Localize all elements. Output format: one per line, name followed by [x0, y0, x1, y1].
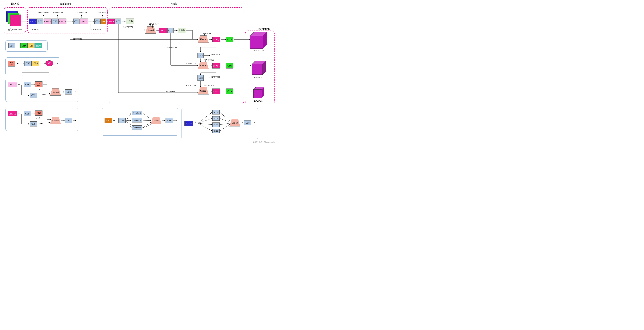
bb-csp1-3a: CSP1_3: [58, 19, 66, 24]
bb-csp2-1: CSP2_1: [107, 19, 115, 24]
lg-cbs-cbs: CBS: [8, 43, 15, 48]
lg-csp1-x: X: [39, 88, 40, 91]
lg-csp1-cbs1: CBS: [24, 82, 31, 87]
bb-csp1-1: CSP1_1: [44, 19, 52, 24]
bb-cbs5: CBS: [115, 19, 121, 24]
t20_256: 20*20*256: [124, 26, 133, 29]
d40b: 40*40*256: [92, 28, 101, 31]
neck-csp2-1b: CSP2_1: [212, 37, 220, 42]
lg-csp2-name: CSP2_X: [8, 111, 17, 116]
neck-up1: 上采样: [126, 19, 134, 24]
lg-spp-mp1: MaxPool: [132, 111, 142, 115]
watermark: CSDN @DanCheng-studio: [253, 141, 275, 143]
eq-csp2: =: [18, 112, 20, 115]
lg-csp2-cbs1: CBS: [24, 111, 31, 116]
d160: 160*160*64: [38, 11, 49, 14]
t40_128b: 40*40*128: [186, 62, 196, 65]
bb-spp: SPP: [101, 19, 106, 24]
lg-focus-cbs: CBS: [244, 120, 251, 125]
bb-focus: FOCUS: [29, 19, 37, 24]
bb-cbs1: CBS: [37, 19, 43, 24]
pred-40: 40*40*255: [254, 76, 264, 79]
bb-cbs4: CBS: [94, 19, 100, 24]
lg-csp2-cbs4: CBS: [65, 118, 72, 123]
lg-csp2-cbs2: CBS: [35, 110, 42, 116]
neck-conv1: Conv: [226, 37, 234, 42]
pred-20: 20*20*255: [254, 100, 264, 102]
lg-csp2-cbs3: CBS: [30, 121, 37, 126]
neck-csp2-1a: CSP2_1: [159, 28, 167, 33]
neck-csp2-1d: CSP2_1: [212, 88, 220, 94]
lg-focus-s4: slice: [212, 129, 220, 133]
title-backbone: Backbone: [60, 2, 72, 6]
t40_128a: 40*40*128: [167, 46, 177, 49]
lg-spp-cbs1: CBS: [118, 118, 126, 123]
pred-80: 80*80*255: [254, 49, 264, 52]
t20_512: 20*20*512: [204, 84, 214, 87]
input-label: 输入640*640*3: [8, 28, 22, 31]
input-card-1: [10, 15, 21, 26]
neck-csp2-1c: CSP2_1: [212, 63, 220, 69]
lg-spp-mp3: MaxPool: [132, 125, 142, 130]
neck-cbs-a: CBS: [167, 28, 174, 33]
lg-csp1-cbs3: CBS: [65, 89, 72, 94]
t40_256: 40*40*256: [204, 59, 214, 61]
lg-spp-cbs2: CBS: [166, 118, 173, 123]
bb-cbs3: CBS: [73, 19, 80, 24]
lg-res-add: add: [46, 60, 53, 66]
neck-conv3: Conv: [226, 88, 234, 94]
lg-res-cbs1: CBS: [24, 61, 32, 66]
t80_128: 80*80*128: [210, 53, 220, 56]
eq-focus: =: [194, 121, 196, 125]
lg-focus-name: FOCUS: [184, 121, 193, 126]
bb-cbs2: CBS: [52, 19, 58, 24]
d80b: 80*80*128: [72, 38, 82, 41]
eq-res: =: [17, 61, 18, 65]
lg-spp-mp2: MaxPool: [132, 118, 142, 122]
neck-up2: 上采样: [178, 28, 186, 33]
lg-csp2-x: 2*X: [36, 116, 40, 119]
bb-csp1-3b: CSP1_3: [80, 19, 88, 24]
lg-res-res: Res unit: [8, 61, 15, 67]
lg-cbs-bn: BN: [28, 43, 34, 48]
lg-cbs-conv: Conv: [20, 43, 28, 48]
title-pred: Prediction: [258, 27, 270, 31]
title-neck: Neck: [170, 2, 177, 6]
lg-focus-s2: slice: [212, 116, 220, 121]
t40_128c: 40*40*128: [210, 76, 220, 79]
neck-conv2: Conv: [226, 63, 234, 69]
d20: 20*20*512: [98, 11, 108, 14]
t20_256c: 20*20*256: [165, 90, 175, 93]
t20_256b: 20*20*256: [186, 84, 196, 87]
eq-cbs: =: [16, 44, 18, 47]
lg-csp1-res: Res unit: [35, 81, 42, 87]
neck-cbs-down2: CBS: [198, 75, 204, 81]
d80: 80*80*128: [53, 11, 63, 14]
d40: 40*40*256: [77, 11, 87, 14]
eq-spp: =: [113, 118, 115, 122]
d320: 320*320*32: [30, 28, 40, 31]
t40_512: 40*40*512: [149, 23, 159, 26]
lg-res-cbs2: CBS: [32, 61, 39, 66]
lg-csp1-name: CSP1_X: [8, 82, 17, 87]
lg-focus-s1: slice: [212, 110, 220, 114]
lg-csp1-cbs2: CBS: [30, 93, 37, 98]
title-input: 输入端: [11, 2, 20, 6]
eq-csp1: =: [18, 83, 20, 86]
lg-cbs-silu: SiLU: [35, 43, 42, 48]
t80_256: 80*80*256: [202, 32, 211, 35]
neck-cbs-down1: CBS: [198, 53, 204, 58]
lg-spp-name: SPP: [104, 118, 112, 123]
lg-focus-s3: slice: [212, 122, 220, 127]
